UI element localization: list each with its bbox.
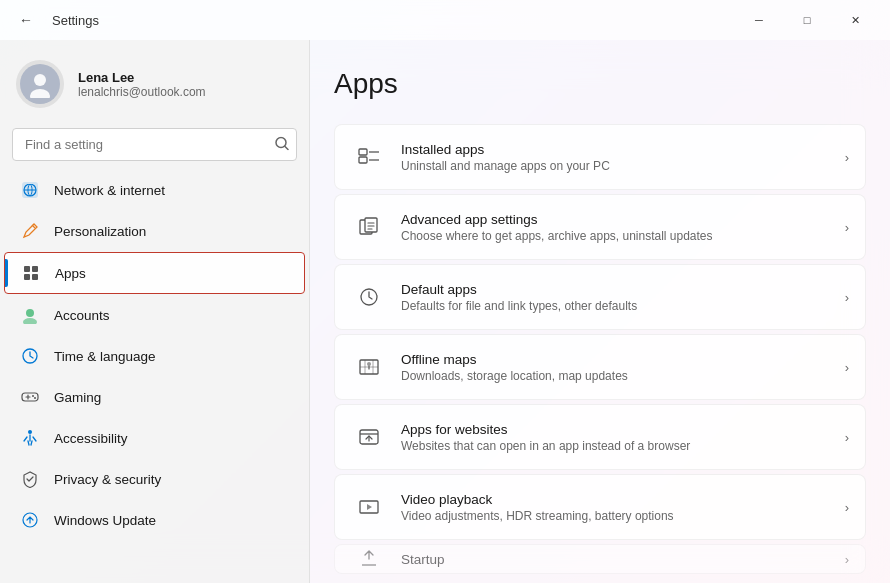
offline-maps-desc: Downloads, storage location, map updates [401, 369, 837, 383]
settings-item-video-playback[interactable]: Video playback Video adjustments, HDR st… [334, 474, 866, 540]
svg-rect-6 [32, 266, 38, 272]
avatar [16, 60, 64, 108]
main-content: Apps Installed apps Uninstall and manage… [310, 40, 890, 583]
installed-apps-chevron: › [845, 150, 849, 165]
advanced-app-settings-title: Advanced app settings [401, 212, 837, 227]
maximize-button[interactable]: □ [784, 4, 830, 36]
sidebar-label-accessibility: Accessibility [54, 431, 128, 446]
sidebar-item-privacy-security[interactable]: Privacy & security [4, 459, 305, 499]
app-window: Lena Lee lenalchris@outlook.com [0, 40, 890, 583]
default-apps-icon [351, 279, 387, 315]
svg-point-10 [23, 318, 37, 324]
installed-apps-text: Installed apps Uninstall and manage apps… [401, 142, 837, 173]
search-box [12, 128, 297, 161]
default-apps-text: Default apps Defaults for file and link … [401, 282, 837, 313]
windows-update-icon [20, 510, 40, 530]
settings-item-installed-apps[interactable]: Installed apps Uninstall and manage apps… [334, 124, 866, 190]
network-icon [20, 180, 40, 200]
video-playback-title: Video playback [401, 492, 837, 507]
search-input[interactable] [12, 128, 297, 161]
video-playback-text: Video playback Video adjustments, HDR st… [401, 492, 837, 523]
default-apps-title: Default apps [401, 282, 837, 297]
settings-item-default-apps[interactable]: Default apps Defaults for file and link … [334, 264, 866, 330]
startup-text: Startup [401, 552, 837, 567]
search-icon [275, 136, 289, 150]
apps-for-websites-desc: Websites that can open in an app instead… [401, 439, 837, 453]
apps-for-websites-icon [351, 419, 387, 455]
sidebar-item-gaming[interactable]: Gaming [4, 377, 305, 417]
settings-item-advanced-app-settings[interactable]: Advanced app settings Choose where to ge… [334, 194, 866, 260]
advanced-app-settings-desc: Choose where to get apps, archive apps, … [401, 229, 837, 243]
nav-list: Network & internet Personalization [0, 169, 309, 583]
sidebar-item-accounts[interactable]: Accounts [4, 295, 305, 335]
svg-point-25 [367, 362, 371, 366]
search-icon-button[interactable] [275, 136, 289, 153]
time-language-icon [20, 346, 40, 366]
startup-title: Startup [401, 552, 837, 567]
user-name: Lena Lee [78, 70, 206, 85]
sidebar-item-accessibility[interactable]: Accessibility [4, 418, 305, 458]
page-title: Apps [334, 68, 866, 100]
user-profile: Lena Lee lenalchris@outlook.com [0, 40, 309, 124]
sidebar-item-time-language[interactable]: Time & language [4, 336, 305, 376]
svg-rect-5 [24, 266, 30, 272]
startup-chevron: › [845, 552, 849, 567]
settings-item-apps-for-websites[interactable]: Apps for websites Websites that can open… [334, 404, 866, 470]
sidebar-label-network: Network & internet [54, 183, 165, 198]
offline-maps-icon [351, 349, 387, 385]
sidebar-item-windows-update[interactable]: Windows Update [4, 500, 305, 540]
video-playback-chevron: › [845, 500, 849, 515]
offline-maps-chevron: › [845, 360, 849, 375]
gaming-icon [20, 387, 40, 407]
apps-for-websites-text: Apps for websites Websites that can open… [401, 422, 837, 453]
svg-point-0 [34, 74, 46, 86]
video-playback-desc: Video adjustments, HDR streaming, batter… [401, 509, 837, 523]
video-playback-icon [351, 489, 387, 525]
settings-item-startup[interactable]: Startup › [334, 544, 866, 574]
svg-rect-18 [359, 157, 367, 163]
sidebar: Lena Lee lenalchris@outlook.com [0, 40, 310, 583]
settings-list: Installed apps Uninstall and manage apps… [334, 124, 866, 574]
apps-for-websites-title: Apps for websites [401, 422, 837, 437]
startup-icon [351, 544, 387, 574]
default-apps-chevron: › [845, 290, 849, 305]
minimize-button[interactable]: ─ [736, 4, 782, 36]
sidebar-label-privacy-security: Privacy & security [54, 472, 161, 487]
advanced-app-settings-icon [351, 209, 387, 245]
svg-point-9 [26, 309, 34, 317]
svg-rect-7 [24, 274, 30, 280]
accounts-icon [20, 305, 40, 325]
user-info: Lena Lee lenalchris@outlook.com [78, 70, 206, 99]
settings-item-offline-maps[interactable]: Offline maps Downloads, storage location… [334, 334, 866, 400]
privacy-security-icon [20, 469, 40, 489]
sidebar-label-accounts: Accounts [54, 308, 110, 323]
svg-rect-8 [32, 274, 38, 280]
sidebar-label-windows-update: Windows Update [54, 513, 156, 528]
installed-apps-title: Installed apps [401, 142, 837, 157]
title-bar-title: Settings [52, 13, 99, 28]
apps-icon [21, 263, 41, 283]
user-email: lenalchris@outlook.com [78, 85, 206, 99]
svg-point-1 [30, 89, 50, 98]
svg-rect-17 [359, 149, 367, 155]
accessibility-icon [20, 428, 40, 448]
back-button[interactable]: ← [12, 6, 40, 34]
installed-apps-icon [351, 139, 387, 175]
offline-maps-text: Offline maps Downloads, storage location… [401, 352, 837, 383]
sidebar-item-network[interactable]: Network & internet [4, 170, 305, 210]
sidebar-item-personalization[interactable]: Personalization [4, 211, 305, 251]
advanced-app-settings-chevron: › [845, 220, 849, 235]
apps-for-websites-chevron: › [845, 430, 849, 445]
default-apps-desc: Defaults for file and link types, other … [401, 299, 837, 313]
title-bar-controls: ─ □ ✕ [736, 4, 878, 36]
sidebar-item-apps[interactable]: Apps [4, 252, 305, 294]
svg-point-13 [32, 395, 34, 397]
personalization-icon [20, 221, 40, 241]
svg-rect-22 [365, 218, 377, 232]
installed-apps-desc: Uninstall and manage apps on your PC [401, 159, 837, 173]
close-button[interactable]: ✕ [832, 4, 878, 36]
svg-line-3 [285, 146, 288, 149]
offline-maps-title: Offline maps [401, 352, 837, 367]
sidebar-label-gaming: Gaming [54, 390, 101, 405]
title-bar: ← Settings ─ □ ✕ [0, 0, 890, 40]
